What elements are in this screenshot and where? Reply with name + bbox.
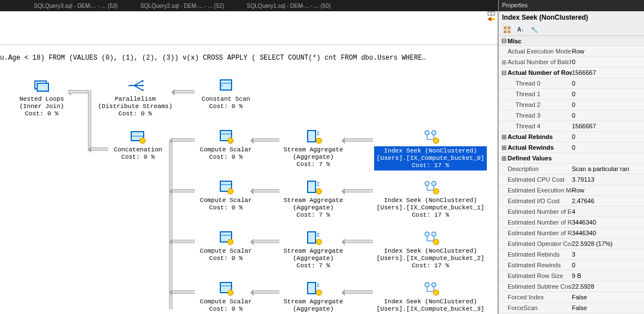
expand-icon[interactable]: ⊞	[501, 133, 507, 141]
collapse-icon[interactable]: ⊟	[501, 37, 507, 44]
svg-point-25	[425, 131, 429, 135]
tab[interactable]: SQLQuery3.sql - DEM-... - ... (53)	[34, 3, 118, 9]
node-index-seek-2[interactable]: Index Seek (NonClustered)[Users].[IX_Com…	[374, 230, 487, 270]
node-stream-aggregate[interactable]: Σ Stream Aggregate(Aggregate)Cost: 7 %	[279, 128, 347, 168]
property-row[interactable]: Estimated Execution ModeRow	[499, 185, 644, 196]
svg-rect-3	[491, 18, 495, 20]
property-row[interactable]: Estimated Rebinds3	[499, 249, 644, 260]
node-parallelism[interactable]: Parallelism(Distribute Streams)Cost: 0 %	[93, 78, 177, 118]
svg-rect-67	[504, 26, 507, 29]
sort-az-icon[interactable]: A↓	[516, 25, 526, 35]
property-row[interactable]: DescriptionScan a particular ran	[499, 164, 644, 174]
node-compute-scalar[interactable]: Compute ScalarCost: 0 %	[195, 128, 257, 161]
tab[interactable]: SQLQuery2.sql - DEM-... - ... (52)	[140, 3, 224, 9]
query-plan-pane: u.Age < 18) FROM (VALUES (0), (1), (2), …	[0, 11, 498, 314]
property-row[interactable]: Estimated Subtree Cost22.5928	[499, 281, 644, 292]
property-row[interactable]: Estimated CPU Cost3.79113	[499, 174, 644, 185]
wrench-icon[interactable]: 🔧	[529, 25, 539, 35]
property-row[interactable]: ⊟Actual Number of Rows1566667	[499, 68, 644, 78]
categorize-icon[interactable]	[502, 25, 512, 35]
marker-icon[interactable]	[487, 17, 495, 21]
property-row[interactable]: ⊞Defined Values	[499, 153, 644, 164]
property-row[interactable]: Forced IndexFalse	[499, 292, 644, 303]
property-name: Estimated Number of Rows	[508, 219, 572, 226]
svg-text:Σ: Σ	[317, 283, 320, 289]
node-concatenation[interactable]: ConcatenationCost: 0 %	[107, 128, 169, 161]
properties-grid: Actual Execution ModeRow⊞Actual Number o…	[499, 46, 644, 313]
property-row[interactable]: Thread 20	[499, 100, 644, 110]
index-seek-icon	[421, 179, 439, 195]
property-value: 0	[572, 133, 644, 140]
node-stream-aggregate[interactable]: Σ Stream Aggregate(Aggregate)Cost: 7 %	[279, 230, 347, 270]
property-category[interactable]: ⊟ Misc	[499, 36, 644, 46]
node-index-seek-1[interactable]: Index Seek (NonClustered)[Users].[IX_Com…	[374, 179, 487, 219]
expand-icon[interactable]: ⊞	[501, 155, 507, 162]
svg-point-21	[228, 138, 233, 143]
svg-text:Σ: Σ	[317, 182, 320, 187]
svg-point-26	[432, 131, 436, 135]
property-row[interactable]: ForceScanFalse	[499, 303, 644, 313]
expand-icon[interactable]: ⊞	[501, 144, 507, 151]
property-row[interactable]: Thread 10	[499, 89, 644, 100]
compute-scalar-icon	[217, 280, 235, 296]
property-row[interactable]: Actual Execution ModeRow	[499, 46, 644, 57]
property-name: Thread 1	[516, 91, 540, 97]
compute-scalar-icon	[217, 179, 235, 195]
compute-scalar-icon	[217, 230, 235, 245]
svg-point-66	[433, 290, 439, 295]
property-name: Estimated Number of Executions	[508, 208, 572, 215]
property-row[interactable]: ⊞Actual Rebinds0	[499, 132, 644, 142]
property-value: 2.47646	[572, 198, 644, 204]
property-name: Description	[508, 165, 539, 172]
property-row[interactable]: Thread 41566667	[499, 121, 644, 132]
property-row[interactable]: Estimated Number of Rows3446340	[499, 217, 644, 228]
property-row[interactable]: Thread 30	[499, 110, 644, 121]
svg-point-18	[140, 138, 145, 143]
split-icon[interactable]	[487, 11, 495, 16]
property-row[interactable]: ⊞Actual Number of Batches0	[499, 57, 644, 68]
svg-rect-70	[508, 30, 510, 33]
svg-marker-2	[487, 17, 491, 21]
property-row[interactable]: Estimated Operator Cost22.5928 (17%)	[499, 239, 644, 249]
expand-icon[interactable]: ⊞	[501, 59, 507, 66]
property-value: 0	[572, 59, 644, 65]
tab[interactable]: SQLQuery1.sql - DEM-... - ... (50)	[247, 3, 331, 9]
node-index-seek-3[interactable]: Index Seek (NonClustered)[Users].[IX_Com…	[374, 280, 487, 314]
node-stream-aggregate[interactable]: Σ Stream Aggregate(Aggregate)Cost: 7 %	[279, 179, 347, 219]
svg-rect-22	[308, 131, 316, 142]
svg-text:Σ: Σ	[317, 232, 320, 238]
property-row[interactable]: Estimated Rewinds0	[499, 260, 644, 271]
property-row[interactable]: Estimated I/O Cost2.47646	[499, 196, 644, 207]
property-value: Row	[572, 48, 644, 55]
concatenation-icon	[129, 128, 147, 144]
property-name: Estimated I/O Cost	[508, 198, 559, 204]
stream-aggregate-icon: Σ	[304, 230, 322, 245]
property-value: 0	[572, 144, 644, 151]
svg-point-62	[432, 282, 436, 287]
node-index-seek-0[interactable]: Index Seek (NonClustered)[Users].[IX_Com…	[374, 128, 487, 171]
node-compute-scalar[interactable]: Compute ScalarCost: 0 %	[195, 179, 257, 212]
property-name: Thread 2	[516, 101, 540, 108]
property-row[interactable]: Estimated Number of Rows3446340	[499, 228, 644, 239]
node-nested-loops[interactable]: Nested Loops(Inner Join)Cost: 0 %	[8, 78, 75, 118]
svg-point-49	[425, 232, 429, 236]
node-compute-scalar[interactable]: Compute ScalarCost: 0 %	[195, 230, 257, 262]
node-compute-scalar[interactable]: Compute ScalarCost: 0 %	[195, 280, 257, 313]
node-stream-aggregate[interactable]: Σ Stream Aggregate(Aggregate)Cost: 7 %	[279, 280, 347, 314]
property-row[interactable]: Estimated Number of Executions4	[499, 207, 644, 217]
property-row[interactable]: Estimated Row Size9 B	[499, 271, 644, 281]
svg-point-54	[433, 239, 439, 245]
property-value: Row	[572, 187, 644, 194]
property-row[interactable]: Thread 00	[499, 78, 644, 89]
property-value: 9 B	[572, 272, 644, 279]
plan-canvas[interactable]: Nested Loops(Inner Join)Cost: 0 % Parall…	[0, 68, 498, 314]
svg-point-45	[228, 239, 233, 245]
collapse-icon[interactable]: ⊟	[501, 69, 507, 77]
node-constant-scan[interactable]: Constant ScanCost: 0 %	[195, 78, 257, 110]
svg-rect-5	[37, 83, 48, 91]
svg-point-42	[433, 189, 439, 194]
property-row[interactable]: ⊞Actual Rewinds0	[499, 142, 644, 153]
property-name: Thread 3	[516, 112, 540, 119]
property-value: 22.5928 (17%)	[572, 240, 644, 247]
svg-marker-12	[142, 89, 144, 91]
